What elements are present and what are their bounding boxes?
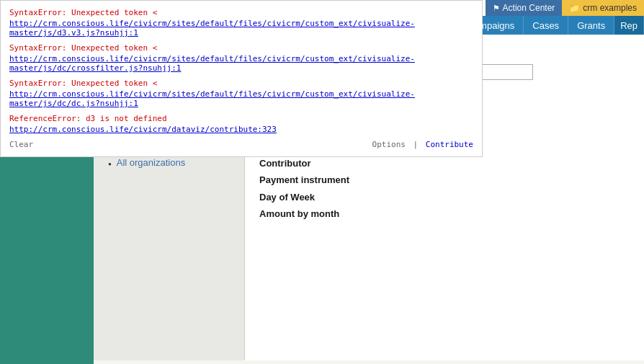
top-bar: ⚑ Action Center 📁 crm examples — [486, 0, 644, 16]
options-link[interactable]: Options — [372, 140, 406, 149]
error-3: SyntaxError: Unexpected token < http://c… — [9, 79, 473, 108]
clear-link[interactable]: Clear — [9, 140, 33, 149]
error-message-1: SyntaxError: Unexpected token < — [9, 8, 473, 17]
error-message-2: SyntaxError: Unexpected token < — [9, 43, 473, 53]
all-organizations-link[interactable]: All organizations — [117, 157, 185, 168]
action-center-button[interactable]: ⚑ Action Center — [486, 0, 563, 16]
error-message-3: SyntaxError: Unexpected token < — [9, 79, 473, 88]
crm-examples-label: crm examples — [583, 3, 637, 13]
error-console: SyntaxError: Unexpected token < http://c… — [0, 0, 483, 157]
error-url-2[interactable]: http://crm.conscious.life/civicrm/sites/… — [9, 54, 473, 73]
field-amount-by-month: Amount by month — [259, 205, 630, 222]
crm-examples-button[interactable]: 📁 crm examples — [562, 0, 644, 16]
field-list: Contributor Payment instrument Day of We… — [259, 155, 630, 223]
nav-tabs: Campaigns Cases Grants Rep — [459, 16, 645, 35]
tab-grants[interactable]: Grants — [568, 16, 614, 35]
error-2: SyntaxError: Unexpected token < http://c… — [9, 43, 473, 73]
flag-icon: ⚑ — [493, 4, 500, 13]
field-day-of-week: Day of Week — [259, 189, 630, 205]
action-center-label: Action Center — [503, 3, 555, 13]
contribute-link[interactable]: Contribute — [426, 140, 473, 149]
error-url-1[interactable]: http://crm.conscious.life/civicrm/sites/… — [9, 19, 473, 37]
error-url-4[interactable]: http://crm.conscious.life/civicrm/datavi… — [9, 125, 473, 134]
pipe-separator: | — [413, 140, 419, 149]
error-message-4: ReferenceError: d3 is not defined — [9, 114, 473, 123]
error-url-3[interactable]: http://crm.conscious.life/civicrm/sites/… — [9, 89, 473, 108]
tab-rep[interactable]: Rep — [614, 16, 644, 35]
error-1: SyntaxError: Unexpected token < http://c… — [9, 8, 473, 37]
folder-icon: 📁 — [569, 3, 580, 13]
error-options: Options | Contribute — [372, 140, 473, 149]
tab-cases[interactable]: Cases — [524, 16, 568, 35]
field-payment-instrument: Payment instrument — [259, 172, 630, 188]
field-contributor: Contributor — [259, 155, 630, 172]
error-4: ReferenceError: d3 is not defined http:/… — [9, 114, 473, 134]
